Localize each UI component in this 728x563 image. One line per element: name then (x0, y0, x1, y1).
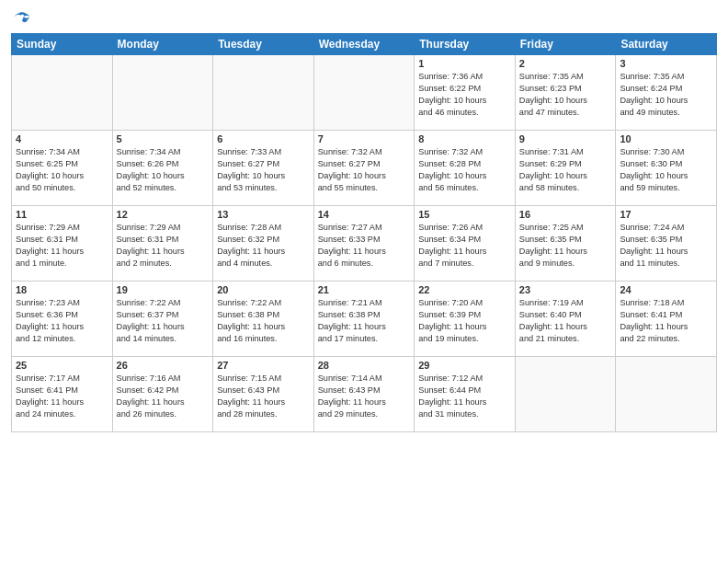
day-number: 17 (620, 209, 712, 220)
day-number: 9 (519, 133, 612, 144)
calendar-cell: 2Sunrise: 7:35 AM Sunset: 6:23 PM Daylig… (515, 55, 616, 131)
day-number: 5 (117, 133, 210, 144)
header (11, 9, 717, 28)
day-number: 6 (217, 133, 310, 144)
day-number: 21 (318, 284, 411, 295)
calendar-cell: 18Sunrise: 7:23 AM Sunset: 6:36 PM Dayli… (12, 282, 113, 357)
calendar-cell: 17Sunrise: 7:24 AM Sunset: 6:35 PM Dayli… (616, 206, 717, 282)
day-number: 18 (16, 284, 108, 295)
day-info: Sunrise: 7:14 AM Sunset: 6:43 PM Dayligh… (318, 373, 411, 420)
calendar-cell: 15Sunrise: 7:26 AM Sunset: 6:34 PM Dayli… (415, 206, 516, 282)
calendar-cell: 20Sunrise: 7:22 AM Sunset: 6:38 PM Dayli… (213, 282, 314, 357)
page: SundayMondayTuesdayWednesdayThursdayFrid… (0, 0, 728, 563)
calendar-week-1: 1Sunrise: 7:36 AM Sunset: 6:22 PM Daylig… (12, 55, 717, 131)
logo (11, 9, 31, 28)
day-number: 24 (620, 284, 712, 295)
day-info: Sunrise: 7:22 AM Sunset: 6:38 PM Dayligh… (217, 297, 310, 345)
day-number: 4 (16, 133, 108, 144)
calendar-cell (515, 357, 616, 432)
day-info: Sunrise: 7:22 AM Sunset: 6:37 PM Dayligh… (117, 297, 210, 345)
day-number: 10 (620, 133, 712, 144)
calendar-cell: 21Sunrise: 7:21 AM Sunset: 6:38 PM Dayli… (313, 282, 415, 357)
calendar-cell: 1Sunrise: 7:36 AM Sunset: 6:22 PM Daylig… (415, 55, 516, 131)
calendar-week-2: 4Sunrise: 7:34 AM Sunset: 6:25 PM Daylig… (12, 131, 717, 206)
day-number: 22 (418, 284, 511, 295)
calendar-cell: 14Sunrise: 7:27 AM Sunset: 6:33 PM Dayli… (313, 206, 415, 282)
day-info: Sunrise: 7:12 AM Sunset: 6:44 PM Dayligh… (418, 373, 511, 420)
day-number: 2 (519, 58, 612, 69)
calendar-cell: 6Sunrise: 7:33 AM Sunset: 6:27 PM Daylig… (213, 131, 314, 206)
day-info: Sunrise: 7:19 AM Sunset: 6:40 PM Dayligh… (519, 297, 612, 345)
day-number: 7 (318, 133, 411, 144)
day-number: 8 (418, 133, 511, 144)
calendar-cell: 16Sunrise: 7:25 AM Sunset: 6:35 PM Dayli… (515, 206, 616, 282)
col-header-thursday: Thursday (415, 34, 516, 55)
calendar-week-3: 11Sunrise: 7:29 AM Sunset: 6:31 PM Dayli… (12, 206, 717, 282)
day-info: Sunrise: 7:17 AM Sunset: 6:41 PM Dayligh… (16, 373, 108, 420)
day-number: 12 (117, 209, 210, 220)
calendar-cell: 10Sunrise: 7:30 AM Sunset: 6:30 PM Dayli… (616, 131, 717, 206)
day-info: Sunrise: 7:23 AM Sunset: 6:36 PM Dayligh… (16, 297, 108, 345)
calendar-cell: 8Sunrise: 7:32 AM Sunset: 6:28 PM Daylig… (415, 131, 516, 206)
calendar-cell (313, 55, 415, 131)
col-header-monday: Monday (112, 34, 213, 55)
calendar-cell: 7Sunrise: 7:32 AM Sunset: 6:27 PM Daylig… (313, 131, 415, 206)
day-info: Sunrise: 7:34 AM Sunset: 6:26 PM Dayligh… (117, 146, 210, 194)
calendar-table: SundayMondayTuesdayWednesdayThursdayFrid… (11, 33, 717, 432)
calendar-cell: 13Sunrise: 7:28 AM Sunset: 6:32 PM Dayli… (213, 206, 314, 282)
day-number: 29 (418, 360, 511, 371)
day-number: 26 (117, 360, 210, 371)
calendar-cell: 12Sunrise: 7:29 AM Sunset: 6:31 PM Dayli… (112, 206, 213, 282)
day-info: Sunrise: 7:15 AM Sunset: 6:43 PM Dayligh… (217, 373, 310, 420)
calendar-cell: 11Sunrise: 7:29 AM Sunset: 6:31 PM Dayli… (12, 206, 113, 282)
day-info: Sunrise: 7:26 AM Sunset: 6:34 PM Dayligh… (418, 222, 511, 270)
calendar-cell: 23Sunrise: 7:19 AM Sunset: 6:40 PM Dayli… (515, 282, 616, 357)
day-number: 20 (217, 284, 310, 295)
day-info: Sunrise: 7:32 AM Sunset: 6:27 PM Dayligh… (318, 146, 411, 194)
day-number: 19 (117, 284, 210, 295)
calendar-cell (12, 55, 113, 131)
calendar-cell: 5Sunrise: 7:34 AM Sunset: 6:26 PM Daylig… (112, 131, 213, 206)
calendar-cell: 19Sunrise: 7:22 AM Sunset: 6:37 PM Dayli… (112, 282, 213, 357)
day-number: 1 (418, 58, 511, 69)
col-header-friday: Friday (515, 34, 616, 55)
day-number: 23 (519, 284, 612, 295)
calendar-cell: 27Sunrise: 7:15 AM Sunset: 6:43 PM Dayli… (213, 357, 314, 432)
day-info: Sunrise: 7:28 AM Sunset: 6:32 PM Dayligh… (217, 222, 310, 270)
calendar-cell: 22Sunrise: 7:20 AM Sunset: 6:39 PM Dayli… (415, 282, 516, 357)
day-number: 14 (318, 209, 411, 220)
day-number: 15 (418, 209, 511, 220)
day-info: Sunrise: 7:30 AM Sunset: 6:30 PM Dayligh… (620, 146, 712, 194)
day-info: Sunrise: 7:29 AM Sunset: 6:31 PM Dayligh… (16, 222, 108, 270)
day-number: 27 (217, 360, 310, 371)
calendar-cell: 24Sunrise: 7:18 AM Sunset: 6:41 PM Dayli… (616, 282, 717, 357)
day-number: 16 (519, 209, 612, 220)
calendar-cell (213, 55, 314, 131)
calendar-cell: 25Sunrise: 7:17 AM Sunset: 6:41 PM Dayli… (12, 357, 113, 432)
day-info: Sunrise: 7:35 AM Sunset: 6:23 PM Dayligh… (519, 71, 612, 119)
day-info: Sunrise: 7:16 AM Sunset: 6:42 PM Dayligh… (117, 373, 210, 420)
calendar-header-row: SundayMondayTuesdayWednesdayThursdayFrid… (12, 34, 717, 55)
calendar-week-4: 18Sunrise: 7:23 AM Sunset: 6:36 PM Dayli… (12, 282, 717, 357)
calendar-cell: 4Sunrise: 7:34 AM Sunset: 6:25 PM Daylig… (12, 131, 113, 206)
day-info: Sunrise: 7:24 AM Sunset: 6:35 PM Dayligh… (620, 222, 712, 270)
day-number: 28 (318, 360, 411, 371)
day-info: Sunrise: 7:29 AM Sunset: 6:31 PM Dayligh… (117, 222, 210, 270)
day-number: 11 (16, 209, 108, 220)
logo-bird-icon (13, 9, 31, 28)
col-header-saturday: Saturday (616, 34, 717, 55)
calendar-cell: 26Sunrise: 7:16 AM Sunset: 6:42 PM Dayli… (112, 357, 213, 432)
day-info: Sunrise: 7:32 AM Sunset: 6:28 PM Dayligh… (418, 146, 511, 194)
calendar-cell: 3Sunrise: 7:35 AM Sunset: 6:24 PM Daylig… (616, 55, 717, 131)
day-info: Sunrise: 7:36 AM Sunset: 6:22 PM Dayligh… (418, 71, 511, 119)
day-number: 3 (620, 58, 712, 69)
calendar-cell (112, 55, 213, 131)
calendar-cell: 9Sunrise: 7:31 AM Sunset: 6:29 PM Daylig… (515, 131, 616, 206)
day-number: 13 (217, 209, 310, 220)
day-number: 25 (16, 360, 108, 371)
calendar-cell (616, 357, 717, 432)
day-info: Sunrise: 7:35 AM Sunset: 6:24 PM Dayligh… (620, 71, 712, 119)
day-info: Sunrise: 7:20 AM Sunset: 6:39 PM Dayligh… (418, 297, 511, 345)
day-info: Sunrise: 7:33 AM Sunset: 6:27 PM Dayligh… (217, 146, 310, 194)
day-info: Sunrise: 7:31 AM Sunset: 6:29 PM Dayligh… (519, 146, 612, 194)
